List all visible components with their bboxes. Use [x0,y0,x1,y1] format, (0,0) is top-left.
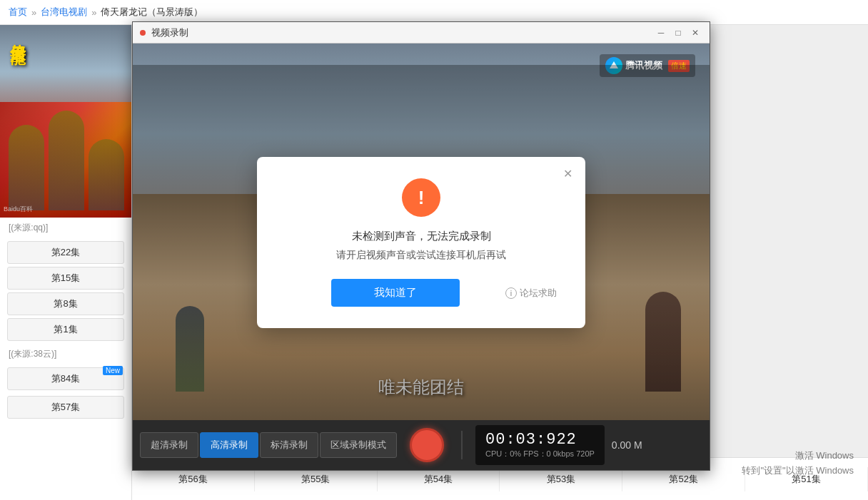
breadcrumb-sep1: » [31,7,36,18]
dialog-overlay: ✕ ! 未检测到声音，无法完成录制 请开启视频声音或尝试连接耳机后再试 我知道了… [133,65,710,420]
recorder-titlebar: 视频录制 ─ □ ✕ [133,22,710,44]
recorder-toolbar: 超清录制 高清录制 标清录制 区域录制模式 00:03:922 CPU：0% F… [133,420,710,470]
episode-38-57[interactable]: 第57集 [7,396,124,419]
minimize-button[interactable]: ─ [654,26,668,40]
record-btn-container [405,424,448,466]
record-button[interactable] [410,428,444,462]
help-icon: i [505,287,517,299]
recorder-video: 腾讯视频 倍速 唯未能团结 ✕ ! 未检测到声音，无法完成录制 请开启视频声音或… [133,44,710,420]
time-sub-stats: CPU：0% FPS：0 0kbps 720P [485,449,595,459]
breadcrumb-sep2: » [91,7,96,18]
quality-region-btn[interactable]: 区域录制模式 [320,432,397,458]
poster-figure-3 [89,139,124,210]
poster-figures [0,75,132,218]
breadcrumb-cat[interactable]: 台湾电视剧 [41,6,87,19]
error-dialog: ✕ ! 未检测到声音，无法完成录制 请开启视频声音或尝试连接耳机后再试 我知道了… [257,157,585,328]
episode-qq-8[interactable]: 第8集 [7,292,124,315]
source2-label: [(来源:38云)] [0,344,131,364]
win-activate-line2: 转到"设置"以激活 Windows [742,464,854,479]
new-badge: New [103,366,123,375]
close-button[interactable]: ✕ [688,26,702,40]
dialog-actions: 我知道了 i 论坛求助 [286,279,557,307]
time-display: 00:03:922 CPU：0% FPS：0 0kbps 720P [475,425,605,465]
poster-content: 倚天屠龍 Baidu百科 [0,25,132,218]
sidebar: 倚天屠龍 Baidu百科 [(来源:qq)] 第22集 第15集 第8集 第1集… [0,25,132,500]
dialog-message2: 请开启视频声音或尝试连接耳机后再试 [286,249,557,262]
dialog-warning-icon: ! [402,178,440,217]
quality-high-btn[interactable]: 高清录制 [200,432,258,458]
dialog-message1: 未检测到声音，无法完成录制 [286,230,557,243]
breadcrumb-current: 倚天屠龙记（马景涛版） [101,6,203,19]
poster-figure-2 [49,111,84,210]
maximize-button[interactable]: □ [671,26,685,40]
dialog-help-text: 论坛求助 [520,287,557,300]
episode-qq-15[interactable]: 第15集 [7,267,124,290]
recorder-window: 视频录制 ─ □ ✕ 腾讯视频 倍速 唯未能团结 [132,21,710,471]
episode-qq-1[interactable]: 第1集 [7,318,124,341]
win-activate-line1: 激活 Windows [742,449,854,464]
recorder-title: 视频录制 [151,26,651,39]
time-text: 00:03:922 [485,431,595,449]
poster-figure-1 [9,125,44,210]
dialog-close-button[interactable]: ✕ [560,165,575,181]
toolbar-separator [461,431,463,459]
quality-ultra-btn[interactable]: 超清录制 [140,432,198,458]
episode-38-84-wrap: 第84集 New [7,367,124,390]
dialog-help-link[interactable]: i 论坛求助 [505,287,557,300]
size-display: 0.00 M [612,439,642,451]
dialog-confirm-button[interactable]: 我知道了 [331,279,460,307]
quality-std-btn[interactable]: 标清录制 [260,432,318,458]
source1-label: [(来源:qq)] [0,218,131,238]
recorder-recording-dot [140,30,146,36]
poster-watermark: Baidu百科 [4,205,33,214]
poster-title: 倚天屠龍 [7,32,29,38]
windows-activate-watermark: 激活 Windows 转到"设置"以激活 Windows [742,449,854,479]
sidebar-poster: 倚天屠龍 Baidu百科 [0,25,132,218]
episode-qq-22[interactable]: 第22集 [7,241,124,264]
breadcrumb-home[interactable]: 首页 [9,6,27,19]
